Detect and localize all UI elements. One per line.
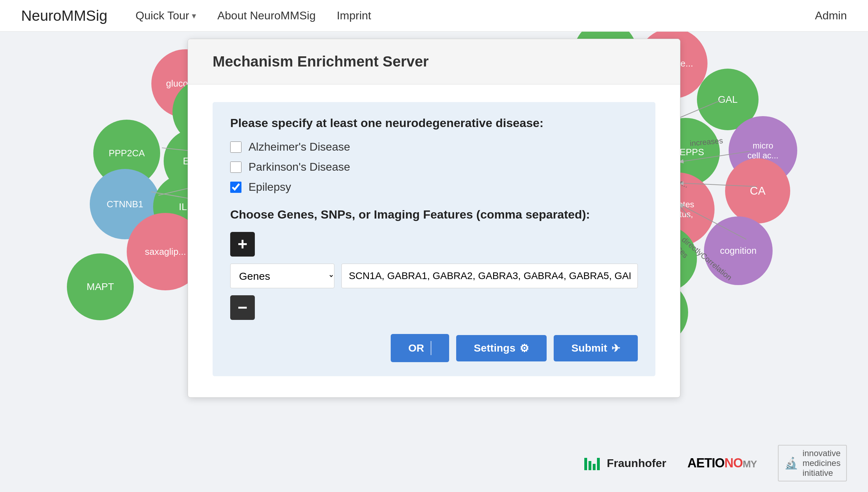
aetion-nom: NO <box>724 456 743 470</box>
imi-label: innovativemedicinesinitiative <box>803 448 841 478</box>
svg-rect-23 <box>593 464 596 470</box>
checkbox-parkinson[interactable]: Parkinson's Disease <box>230 160 638 174</box>
admin-link[interactable]: Admin <box>815 9 847 22</box>
gene-section-label: Choose Genes, SNPs, or Imaging Features … <box>230 208 638 221</box>
chevron-down-icon: ▾ <box>192 11 196 21</box>
modal-container: Mechanism Enrichment Server Please speci… <box>188 39 680 398</box>
epilepsy-checkbox[interactable] <box>230 182 241 193</box>
navbar-item-quick-tour[interactable]: Quick Tour ▾ <box>136 9 196 22</box>
checkbox-alzheimer[interactable]: Alzheimer's Disease <box>230 140 638 153</box>
send-icon: ✈ <box>611 342 620 354</box>
imi-icon: 🔬 <box>784 456 798 470</box>
svg-rect-21 <box>584 458 587 470</box>
aetion-my: MY <box>743 459 757 469</box>
remove-gene-button[interactable]: − <box>230 295 255 320</box>
checkbox-epilepsy[interactable]: Epilepsy <box>230 181 638 194</box>
modal-overlay: Mechanism Enrichment Server Please speci… <box>0 32 868 492</box>
imprint-label: Imprint <box>337 9 371 22</box>
gear-icon: ⚙ <box>520 342 529 354</box>
navbar-items: Quick Tour ▾ About NeuroMMSig Imprint <box>136 9 815 22</box>
fraunhofer-logo: Fraunhofer <box>584 456 666 470</box>
alzheimer-checkbox[interactable] <box>230 141 241 153</box>
quick-tour-label: Quick Tour <box>136 9 189 22</box>
settings-label: Settings <box>474 342 515 354</box>
navbar-item-imprint[interactable]: Imprint <box>337 9 371 22</box>
submit-label: Submit <box>571 342 607 354</box>
fraunhofer-icon <box>584 456 602 470</box>
parkinson-label: Parkinson's Disease <box>249 160 350 174</box>
footer-logos: Fraunhofer AETIONOMY 🔬 innovativemedicin… <box>584 445 847 481</box>
or-button[interactable]: OR <box>391 334 449 362</box>
imi-logo: 🔬 innovativemedicinesinitiative <box>778 445 847 481</box>
gene-type-select[interactable]: Genes SNPs Imaging Features <box>230 264 334 288</box>
or-divider <box>430 341 432 355</box>
app-brand[interactable]: NeuroMMSig <box>21 7 107 24</box>
parkinson-checkbox[interactable] <box>230 162 241 173</box>
or-label: OR <box>408 342 424 354</box>
aetion-ae: AETIO <box>687 456 724 470</box>
navbar-item-about[interactable]: About NeuroMMSig <box>217 9 315 22</box>
submit-button[interactable]: Submit ✈ <box>554 335 638 361</box>
alzheimer-label: Alzheimer's Disease <box>249 140 350 153</box>
add-gene-row: + <box>230 232 638 257</box>
about-label: About NeuroMMSig <box>217 9 315 22</box>
navbar: NeuroMMSig Quick Tour ▾ About NeuroMMSig… <box>0 0 868 32</box>
add-gene-button[interactable]: + <box>230 232 255 257</box>
disease-checkbox-group: Alzheimer's Disease Parkinson's Disease … <box>230 140 638 194</box>
gene-input-field[interactable] <box>341 264 638 288</box>
disease-section-label: Please specify at least one neurodegener… <box>230 116 638 130</box>
aetion-logo: AETIONOMY <box>687 456 757 471</box>
svg-rect-24 <box>597 458 600 470</box>
modal-title: Mechanism Enrichment Server <box>188 39 680 84</box>
settings-button[interactable]: Settings ⚙ <box>456 335 547 361</box>
svg-rect-22 <box>589 461 591 470</box>
modal-body: Please specify at least one neurodegener… <box>213 102 655 376</box>
fraunhofer-label: Fraunhofer <box>607 457 666 470</box>
remove-gene-row: − <box>230 295 638 320</box>
action-row: OR Settings ⚙ Submit ✈ <box>230 334 638 362</box>
gene-input-row: Genes SNPs Imaging Features <box>230 264 638 288</box>
epilepsy-label: Epilepsy <box>249 181 291 194</box>
